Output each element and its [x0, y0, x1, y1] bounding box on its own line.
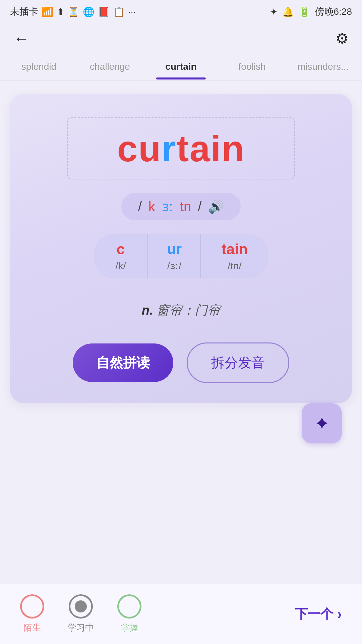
phonetic-er: ɜː [162, 199, 173, 214]
definition: n. 窗帘；门帘 [142, 302, 220, 319]
phonetic-pill[interactable]: /kɜːtn/ 🔊 [121, 193, 241, 220]
status-mastered[interactable]: 掌握 [117, 594, 141, 634]
part-of-speech: n. [142, 303, 153, 317]
word-area: curtain /kɜːtn/ 🔊 c /k/ ur /ɜː/ tai [27, 117, 335, 383]
status-left: 未插卡 📶 ⬆ ⏳ 🌐 📕 📋 ··· [10, 5, 136, 18]
tab-challenge[interactable]: challenge [74, 58, 145, 75]
word-status-icons: 陌生 学习中 掌握 [20, 594, 141, 634]
word-c: c [117, 128, 138, 169]
battery-icon: 🔋 [299, 6, 310, 17]
phonetic-k: k [148, 199, 155, 214]
syllable-c[interactable]: c /k/ [94, 234, 147, 278]
tab-foolish[interactable]: foolish [217, 58, 288, 75]
mastered-label: 掌握 [121, 622, 138, 634]
word-tain: tain [177, 128, 245, 169]
syllable-ur[interactable]: ur /ɜː/ [147, 234, 201, 278]
sparkle-icon: ✦ [314, 413, 330, 434]
next-label: 下一个 [295, 605, 333, 623]
split-pronunciation-button[interactable]: 拆分发音 [187, 342, 289, 383]
settings-button[interactable]: ⚙ [336, 31, 349, 46]
syl-c-phonetic: /k/ [115, 260, 126, 272]
time-text: 傍晚6:28 [315, 5, 352, 18]
back-button[interactable]: ← [13, 31, 29, 47]
carrier-text: 未插卡 [10, 5, 38, 18]
stranger-label: 陌生 [23, 622, 41, 634]
status-bar: 未插卡 📶 ⬆ ⏳ 🌐 📕 📋 ··· ✦ 🔔 🔋 傍晚6:28 [0, 0, 362, 23]
syl-tain-phonetic: /tn/ [228, 260, 242, 272]
bluetooth-icon: ✦ [270, 6, 278, 17]
syllable-tain[interactable]: tain /tn/ [201, 234, 268, 278]
globe-icon: 🌐 [83, 6, 95, 17]
signal-icon: ⬆ [57, 6, 64, 17]
learning-circle [69, 594, 93, 619]
syl-ur-phonetic: /ɜː/ [167, 260, 182, 272]
syl-tain-letter: tain [222, 241, 248, 258]
mastered-circle [117, 594, 141, 619]
word-tabs: splendid challenge curtain foolish misun… [0, 54, 362, 80]
word-dashed-box: curtain [67, 117, 295, 179]
syl-c-letter: c [117, 241, 125, 258]
phonetic-tn: tn [180, 199, 191, 214]
ai-sparkle-button[interactable]: ✦ [302, 403, 342, 443]
status-right: ✦ 🔔 🔋 傍晚6:28 [270, 5, 352, 18]
more-icon: ··· [128, 6, 136, 17]
next-arrow-icon: › [337, 606, 342, 622]
bottom-bar: 陌生 学习中 掌握 下一个 › [0, 584, 362, 644]
status-learning[interactable]: 学习中 [68, 594, 94, 634]
sound-icon[interactable]: 🔊 [208, 199, 224, 214]
top-nav: ← ⚙ [0, 23, 362, 54]
tab-splendid[interactable]: splendid [3, 58, 74, 75]
learning-circle-inner [75, 600, 87, 612]
stranger-circle [20, 594, 44, 619]
word-u: u [138, 128, 162, 169]
wifi-icon: 📶 [42, 6, 53, 17]
natural-reading-button[interactable]: 自然拼读 [73, 343, 173, 382]
app-icon-2: 📋 [113, 6, 125, 17]
phonetic-slash-close: / [198, 199, 201, 214]
app-icon-1: 📕 [98, 6, 110, 17]
tab-misunderstand[interactable]: misunders... [288, 58, 359, 75]
word-r: r [162, 128, 177, 169]
syllable-row: c /k/ ur /ɜː/ tain /tn/ [94, 234, 268, 278]
next-button[interactable]: 下一个 › [295, 605, 342, 623]
main-word: curtain [95, 128, 267, 169]
status-stranger[interactable]: 陌生 [20, 594, 44, 634]
action-buttons: 自然拼读 拆分发音 [73, 342, 289, 383]
main-card: curtain /kɜːtn/ 🔊 c /k/ ur /ɜː/ tai [10, 94, 352, 403]
syl-ur-letter: ur [167, 240, 182, 257]
hourglass-icon: ⏳ [68, 6, 79, 17]
learning-label: 学习中 [68, 622, 94, 634]
card-wrapper: curtain /kɜːtn/ 🔊 c /k/ ur /ɜː/ tai [0, 94, 362, 480]
phonetic-slash-open: / [138, 199, 142, 214]
bell-icon: 🔔 [282, 6, 294, 17]
meaning-text: 窗帘；门帘 [157, 303, 220, 317]
tab-curtain[interactable]: curtain [145, 58, 217, 75]
